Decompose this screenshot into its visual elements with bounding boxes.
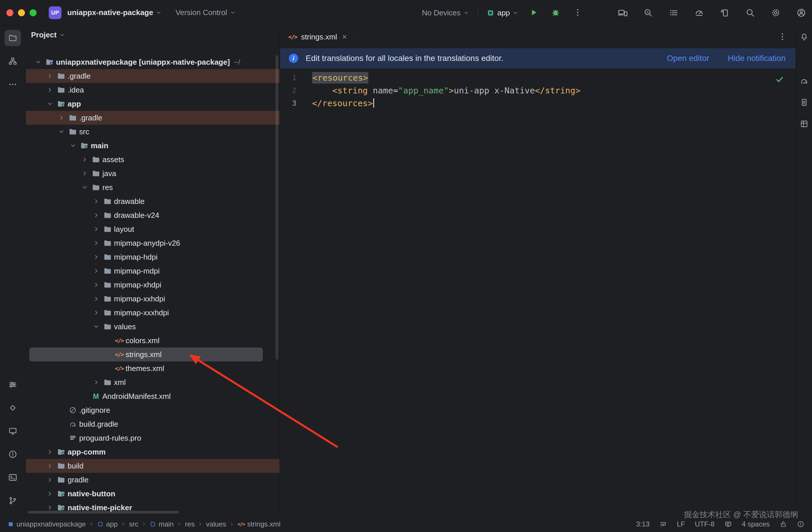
chevron-right-icon[interactable] xyxy=(91,254,102,260)
tree-item-drawable-v24[interactable]: drawable-v24 xyxy=(26,208,279,222)
chevron-right-icon[interactable] xyxy=(44,490,55,497)
chevron-down-icon[interactable] xyxy=(33,59,44,65)
close-tab-icon[interactable] xyxy=(341,33,348,40)
terminal-icon[interactable] xyxy=(5,469,21,486)
tree-item-app-comm[interactable]: app-comm xyxy=(26,445,279,459)
hide-notification-link[interactable]: Hide notification xyxy=(728,54,786,63)
breadcrumb-res[interactable]: res xyxy=(185,520,194,528)
tree-item-mipmap-hdpi[interactable]: mipmap-hdpi xyxy=(26,250,279,264)
device-selector[interactable]: No Devices xyxy=(422,9,469,17)
run-button[interactable] xyxy=(527,6,540,19)
chevron-down-icon[interactable] xyxy=(44,101,55,107)
chevron-down-icon[interactable] xyxy=(68,142,78,149)
tree-horizontal-scrollbar[interactable] xyxy=(28,511,179,514)
chevron-right-icon[interactable] xyxy=(91,198,102,204)
tree-item-main[interactable]: main xyxy=(26,139,279,153)
layout-inspector-icon[interactable] xyxy=(797,117,811,131)
tree-item-layout[interactable]: layout xyxy=(26,222,279,236)
tree-item-assets[interactable]: assets xyxy=(26,153,279,167)
tree-item-colors.xml[interactable]: </>colors.xml xyxy=(26,334,279,347)
project-icon[interactable] xyxy=(5,30,21,46)
chevron-right-icon[interactable] xyxy=(44,449,55,455)
chevron-right-icon[interactable] xyxy=(91,212,102,218)
structure-icon[interactable] xyxy=(5,53,21,69)
settings-icon[interactable] xyxy=(769,6,782,19)
tree-vertical-scrollbar[interactable] xyxy=(276,55,278,360)
chevron-right-icon[interactable] xyxy=(91,226,102,232)
account-icon[interactable] xyxy=(795,6,808,19)
tree-item-.gitignore[interactable]: .gitignore xyxy=(26,403,279,417)
chevron-right-icon[interactable] xyxy=(91,296,102,302)
view-options-icon[interactable] xyxy=(667,6,680,19)
chevron-right-icon[interactable] xyxy=(44,463,55,469)
device-pairing-icon[interactable] xyxy=(718,6,731,19)
encoding-widget[interactable]: UTF-8 xyxy=(695,520,714,528)
tree-item-java[interactable]: java xyxy=(26,167,279,181)
breadcrumb-strings.xml[interactable]: </>strings.xml xyxy=(237,520,280,528)
tree-item-build[interactable]: build xyxy=(26,459,279,473)
breadcrumb-app[interactable]: app xyxy=(97,520,118,528)
inspection-ok-icon[interactable] xyxy=(774,74,784,84)
tree-item-mipmap-anydpi-v26[interactable]: mipmap-anydpi-v26 xyxy=(26,236,279,250)
unlock-icon[interactable] xyxy=(780,520,787,528)
caret-position-widget[interactable]: 3:13 xyxy=(636,520,650,528)
zoom-window-button[interactable] xyxy=(30,9,37,16)
display-lines-icon[interactable] xyxy=(724,520,732,528)
device-mirroring-icon[interactable] xyxy=(616,6,629,19)
indent-widget[interactable]: 4 spaces xyxy=(742,520,770,528)
search-everywhere-icon[interactable] xyxy=(743,6,757,19)
more-run-actions-button[interactable] xyxy=(571,6,584,19)
tree-item-values[interactable]: values xyxy=(26,320,279,334)
tree-item-res[interactable]: res xyxy=(26,181,279,195)
tree-item-xml[interactable]: xml xyxy=(26,375,279,389)
chevron-right-icon[interactable] xyxy=(91,240,102,246)
close-window-button[interactable] xyxy=(6,9,13,16)
version-control-menu[interactable]: Version Control xyxy=(175,8,235,17)
running-devices-icon[interactable] xyxy=(5,423,21,439)
problems-icon[interactable] xyxy=(5,446,21,462)
tree-item-androidmanifest.xml[interactable]: MAndroidManifest.xml xyxy=(26,389,279,403)
translate-search-icon[interactable]: A xyxy=(641,6,655,19)
tree-item-drawable[interactable]: drawable xyxy=(26,195,279,208)
chevron-down-icon[interactable] xyxy=(91,323,102,330)
app-quality-insights-icon[interactable] xyxy=(5,400,21,416)
chevron-right-icon[interactable] xyxy=(79,170,90,177)
exclamation-icon[interactable] xyxy=(797,520,804,528)
debug-button[interactable] xyxy=(549,6,562,19)
code-editor[interactable]: 1<resources>2 <string name="app_name">un… xyxy=(280,69,796,110)
open-editor-link[interactable]: Open editor xyxy=(667,54,709,63)
chevron-down-icon[interactable] xyxy=(79,184,90,190)
chevron-right-icon[interactable] xyxy=(91,268,102,274)
notifications-icon[interactable] xyxy=(797,30,811,44)
profiler-icon[interactable] xyxy=(693,6,706,19)
breadcrumb-uniappxnativepackage[interactable]: uniappxnativepackage xyxy=(8,520,86,528)
chevron-right-icon[interactable] xyxy=(91,282,102,288)
tree-item-gradle[interactable]: gradle xyxy=(26,473,279,487)
tree-item-.idea[interactable]: .idea xyxy=(26,83,279,97)
tree-item-proguard-rules.pro[interactable]: proguard-rules.pro xyxy=(26,431,279,445)
editor-options-button[interactable] xyxy=(776,30,789,44)
chevron-right-icon[interactable] xyxy=(56,115,67,121)
soft-wrap-icon[interactable] xyxy=(659,520,667,528)
run-configuration-selector[interactable]: app xyxy=(487,9,518,17)
gradle-icon[interactable] xyxy=(797,74,811,88)
tree-item-src[interactable]: src xyxy=(26,125,279,139)
breadcrumb-main[interactable]: main xyxy=(150,520,174,528)
tab-strings-xml[interactable]: </> strings.xml xyxy=(280,26,356,48)
minimize-window-button[interactable] xyxy=(18,9,25,16)
tree-item-themes.xml[interactable]: </>themes.xml xyxy=(26,361,279,375)
build-variants-icon[interactable] xyxy=(5,376,21,393)
tree-item-native-button[interactable]: native-button xyxy=(26,487,279,501)
tree-item-uniappxnativepackage-uniappx-native-package[interactable]: uniappxnativepackage [uniappx-native-pac… xyxy=(26,55,279,69)
breadcrumb-values[interactable]: values xyxy=(206,520,226,528)
tree-item-.gradle[interactable]: .gradle xyxy=(26,111,279,125)
chevron-down-icon[interactable] xyxy=(56,129,67,135)
tree-item-app[interactable]: app xyxy=(26,97,279,111)
chevron-right-icon[interactable] xyxy=(79,156,90,163)
chevron-right-icon[interactable] xyxy=(44,87,55,93)
line-separator-widget[interactable]: LF xyxy=(677,520,685,528)
chevron-right-icon[interactable] xyxy=(91,310,102,316)
project-view-selector[interactable]: Project xyxy=(31,30,65,40)
chevron-right-icon[interactable] xyxy=(91,379,102,386)
tree-item-mipmap-xhdpi[interactable]: mipmap-xhdpi xyxy=(26,278,279,292)
